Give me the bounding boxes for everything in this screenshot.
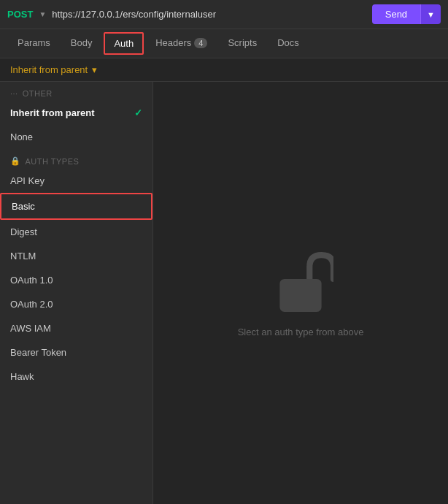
sidebar-item-oauth1[interactable]: OAuth 1.0 (0, 268, 152, 292)
auth-panel: Slect an auth type from above (153, 82, 448, 504)
tab-headers[interactable]: Headers4 (145, 31, 217, 56)
tab-body[interactable]: Body (61, 31, 103, 56)
tab-scripts[interactable]: Scripts (217, 31, 267, 56)
lock-icon (268, 249, 333, 315)
dots-icon: ··· (10, 89, 18, 98)
sidebar-item-awsiam[interactable]: AWS IAM (0, 316, 152, 340)
auth-selector-arrow: ▾ (92, 64, 97, 75)
headers-badge: 4 (194, 38, 207, 48)
method-label: POST (7, 9, 33, 20)
url-display: https://127.0.0.1/ers/config/internaluse… (52, 9, 366, 20)
method-dropdown-arrow[interactable]: ▼ (39, 10, 46, 18)
panel-hint: Slect an auth type from above (238, 327, 364, 337)
sidebar-item-digest[interactable]: Digest (0, 220, 152, 244)
lock-small-icon: 🔒 (10, 156, 21, 166)
sidebar-item-basic[interactable]: Basic (0, 193, 152, 220)
main-content: ··· OTHER Inherit from parent ✓ None 🔒 A… (0, 82, 448, 504)
auth-sidebar: ··· OTHER Inherit from parent ✓ None 🔒 A… (0, 82, 153, 504)
sidebar-item-apikey[interactable]: API Key (0, 169, 152, 193)
top-bar: POST ▼ https://127.0.0.1/ers/config/inte… (0, 0, 448, 29)
tab-params[interactable]: Params (7, 31, 61, 56)
sidebar-item-oauth2[interactable]: OAuth 2.0 (0, 292, 152, 316)
auth-selector-strip: Inherit from parent ▾ (0, 58, 448, 82)
send-dropdown-button[interactable]: ▼ (420, 4, 441, 24)
sidebar-section-other: ··· OTHER (0, 82, 152, 101)
tab-docs[interactable]: Docs (267, 31, 309, 56)
sidebar-item-ntlm[interactable]: NTLM (0, 244, 152, 268)
tab-bar: Params Body Auth Headers4 Scripts Docs (0, 29, 448, 58)
send-button-group: Send ▼ (372, 4, 441, 24)
check-icon: ✓ (134, 107, 142, 118)
svg-rect-0 (279, 278, 321, 311)
sidebar-item-bearer[interactable]: Bearer Token (0, 340, 152, 364)
auth-selector-button[interactable]: Inherit from parent ▾ (10, 64, 97, 75)
send-button[interactable]: Send (372, 4, 420, 24)
tab-auth[interactable]: Auth (104, 32, 144, 55)
sidebar-section-auth: 🔒 AUTH TYPES (0, 149, 152, 169)
sidebar-item-inherit[interactable]: Inherit from parent ✓ (0, 101, 152, 125)
sidebar-item-hawk[interactable]: Hawk (0, 364, 152, 389)
sidebar-item-none[interactable]: None (0, 125, 152, 149)
auth-selector-label: Inherit from parent (10, 64, 88, 75)
